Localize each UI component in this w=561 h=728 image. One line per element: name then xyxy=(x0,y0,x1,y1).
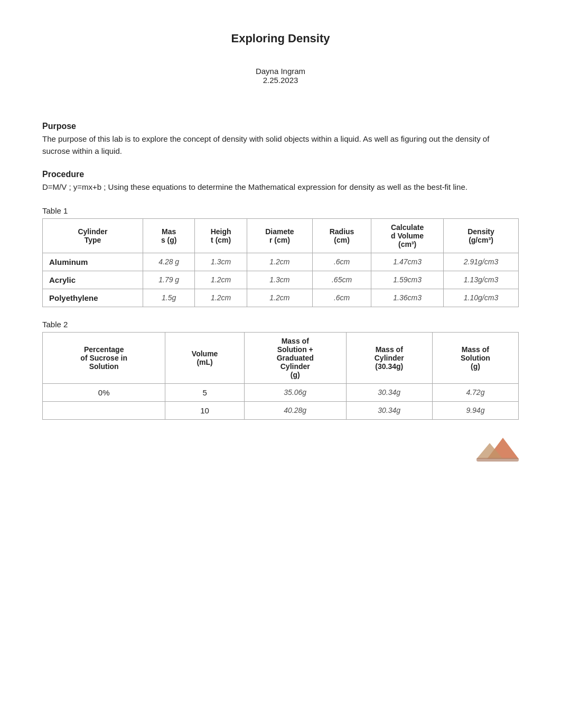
table-row: 1040.28g30.34g9.94g xyxy=(43,401,519,419)
footer-decoration xyxy=(42,432,519,462)
author-block: Dayna Ingram 2.25.2023 xyxy=(42,67,519,85)
table1-cell-type: Acrylic xyxy=(43,271,143,289)
table2-cell-0: 0% xyxy=(43,383,165,401)
table2-cell-4: 9.94g xyxy=(432,401,518,419)
table1-header-6: Density(g/cm³) xyxy=(444,218,519,253)
table1-cell-type: Aluminum xyxy=(43,253,143,271)
table-row: Acrylic1.79 g1.2cm1.3cm.65cm1.59cm31.13g… xyxy=(43,271,519,289)
table1-cell-diameter: 1.2cm xyxy=(247,289,312,307)
table1-cell-density: 1.10g/cm3 xyxy=(444,289,519,307)
table1-cell-radius: .65cm xyxy=(312,271,371,289)
table2-cell-3: 30.34g xyxy=(346,383,432,401)
table1-header-0: CylinderType xyxy=(43,218,143,253)
table1-cell-density: 2.91g/cm3 xyxy=(444,253,519,271)
table1-cell-volume: 1.47cm3 xyxy=(371,253,444,271)
table-row: 0%535.06g30.34g4.72g xyxy=(43,383,519,401)
table2-label: Table 2 xyxy=(42,320,519,329)
table-row: Polyethylene1.5g1.2cm1.2cm.6cm1.36cm31.1… xyxy=(43,289,519,307)
table2-cell-3: 30.34g xyxy=(346,401,432,419)
table1-header-1: Mass (g) xyxy=(143,218,195,253)
table1-cell-radius: .6cm xyxy=(312,289,371,307)
table1-cell-volume: 1.36cm3 xyxy=(371,289,444,307)
table2-header-1: Volume(mL) xyxy=(165,332,244,383)
table1-header-2: Height (cm) xyxy=(195,218,247,253)
table2-header-2: Mass ofSolution +GraduatedCylinder(g) xyxy=(244,332,346,383)
table1-cell-mass: 1.5g xyxy=(143,289,195,307)
procedure-text: D=M/V ; y=mx+b ; Using these equations t… xyxy=(42,181,519,193)
table1-cell-volume: 1.59cm3 xyxy=(371,271,444,289)
table1-cell-mass: 4.28 g xyxy=(143,253,195,271)
table-row: Aluminum4.28 g1.3cm1.2cm.6cm1.47cm32.91g… xyxy=(43,253,519,271)
table1-cell-diameter: 1.3cm xyxy=(247,271,312,289)
table1-cell-height: 1.2cm xyxy=(195,289,247,307)
table2-cell-2: 40.28g xyxy=(244,401,346,419)
table2-header-4: Mass ofSolution(g) xyxy=(432,332,518,383)
procedure-title: Procedure xyxy=(42,170,519,179)
table2-header-0: Percentageof Sucrose inSolution xyxy=(43,332,165,383)
table2-header-3: Mass ofCylinder(30.34g) xyxy=(346,332,432,383)
table2-cell-4: 4.72g xyxy=(432,383,518,401)
table2: Percentageof Sucrose inSolution Volume(m… xyxy=(42,332,519,420)
svg-rect-2 xyxy=(476,458,519,462)
table1-header-5: Calculated Volume(cm³) xyxy=(371,218,444,253)
table1: CylinderType Mass (g) Height (cm) Diamet… xyxy=(42,218,519,307)
table1-cell-height: 1.3cm xyxy=(195,253,247,271)
page-title: Exploring Density xyxy=(42,32,519,45)
author-name: Dayna Ingram xyxy=(42,67,519,76)
table2-cell-1: 5 xyxy=(165,383,244,401)
mountain-icon xyxy=(476,432,519,462)
table1-cell-diameter: 1.2cm xyxy=(247,253,312,271)
author-date: 2.25.2023 xyxy=(42,76,519,85)
table2-cell-0 xyxy=(43,401,165,419)
table1-cell-height: 1.2cm xyxy=(195,271,247,289)
table1-label: Table 1 xyxy=(42,206,519,215)
table1-cell-mass: 1.79 g xyxy=(143,271,195,289)
purpose-text: The purpose of this lab is to explore th… xyxy=(42,133,519,157)
table1-cell-type: Polyethylene xyxy=(43,289,143,307)
table1-cell-density: 1.13g/cm3 xyxy=(444,271,519,289)
table2-cell-2: 35.06g xyxy=(244,383,346,401)
table1-cell-radius: .6cm xyxy=(312,253,371,271)
purpose-title: Purpose xyxy=(42,122,519,131)
table1-header-4: Radius(cm) xyxy=(312,218,371,253)
table2-cell-1: 10 xyxy=(165,401,244,419)
table1-header-3: Diameter (cm) xyxy=(247,218,312,253)
